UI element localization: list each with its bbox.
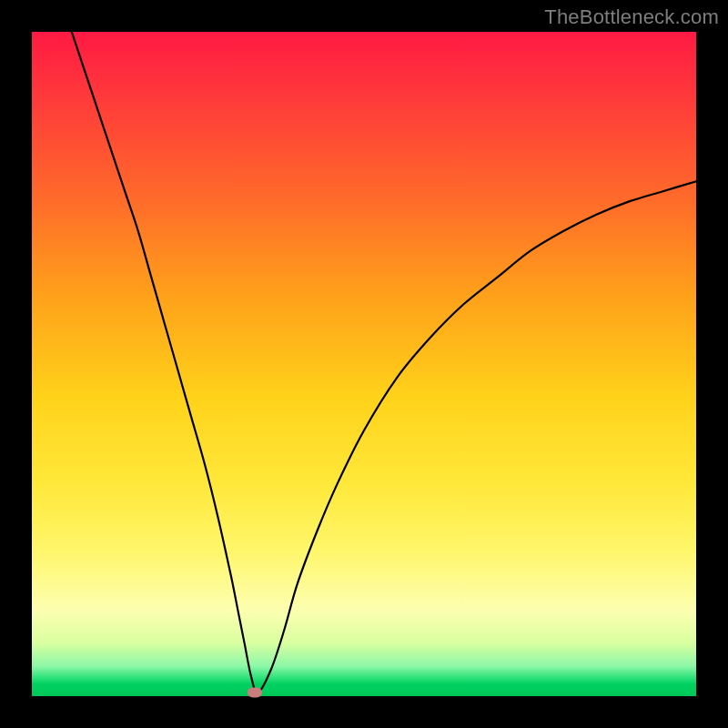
curve-svg bbox=[32, 32, 696, 696]
bottleneck-curve bbox=[72, 32, 696, 693]
chart-frame: TheBottleneck.com bbox=[0, 0, 728, 728]
optimal-point-marker bbox=[248, 688, 262, 698]
plot-area bbox=[32, 32, 696, 696]
watermark-text: TheBottleneck.com bbox=[544, 5, 719, 29]
